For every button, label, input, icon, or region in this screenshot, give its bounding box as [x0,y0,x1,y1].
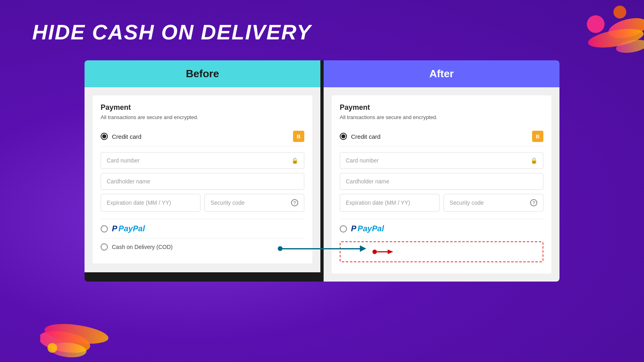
comparison-wrapper: Before Payment All transactions are secu… [32,60,612,282]
after-paypal-p2: PayPal [357,224,384,233]
after-brand-badge: B [532,131,543,142]
after-card-fields: Card number 🔒 Cardholder name Expiration… [340,146,543,219]
svg-point-8 [47,343,57,353]
before-payment-title: Payment [101,103,304,112]
before-brand-badge: B [293,131,304,142]
before-security-help-icon[interactable]: ? [291,199,298,206]
before-security-placeholder: Security code [211,200,245,206]
hidden-cod-arrow-svg [341,242,543,261]
main-content: HIDE CASH ON DELIVERY Before Payment All… [0,0,644,282]
svg-point-9 [372,249,377,254]
before-lock-icon: 🔒 [291,157,298,164]
hidden-cod-indicator [340,241,543,262]
before-cardholder-field[interactable]: Cardholder name [101,173,304,190]
before-expiry-placeholder: Expiration date (MM / YY) [107,200,171,206]
after-expiry-security-row: Expiration date (MM / YY) Security code … [340,194,543,212]
after-paypal-option[interactable]: PPayPal [340,219,543,238]
before-cod-radio[interactable] [101,243,108,251]
before-label: Before [186,68,219,80]
after-paypal-p1: P [351,224,356,233]
before-body: Payment All transactions are secure and … [85,87,320,272]
after-body: Payment All transactions are secure and … [324,87,559,282]
after-card-number-placeholder: Card number [346,157,379,164]
after-expiry-field[interactable]: Expiration date (MM / YY) [340,194,440,212]
arrow-tail [278,246,283,251]
before-header: Before [85,60,320,87]
after-header: After [324,60,559,87]
before-paypal-logo: PPayPal [112,224,145,233]
after-card-number-field[interactable]: Card number 🔒 [340,152,543,169]
before-card-fields: Card number 🔒 Cardholder name Expiration… [101,146,304,219]
before-cod-option[interactable]: Cash on Delivery (COD) [101,238,304,255]
after-paypal-radio[interactable] [340,225,347,232]
after-security-field[interactable]: Security code ? [444,194,543,212]
after-credit-card-option[interactable]: Credit card B [340,127,543,146]
transition-arrow [278,245,366,252]
page-title: HIDE CASH ON DELIVERY [32,20,612,44]
after-security-placeholder: Security code [450,200,484,206]
before-security-field[interactable]: Security code ? [204,194,304,212]
after-security-help-icon[interactable]: ? [530,199,537,206]
after-expiry-placeholder: Expiration date (MM / YY) [346,200,410,206]
after-paypal-logo: PPayPal [351,224,384,233]
after-credit-radio[interactable] [340,133,347,140]
decorative-blob-bottom-left [40,290,153,362]
after-label: After [429,68,454,80]
before-cardholder-placeholder: Cardholder name [107,178,150,185]
before-payment-section: Payment All transactions are secure and … [93,95,312,263]
before-expiry-field[interactable]: Expiration date (MM / YY) [101,194,200,212]
before-paypal-p2: PayPal [118,224,145,233]
after-lock-icon: 🔒 [530,157,537,164]
svg-marker-11 [388,249,393,254]
before-credit-label: Credit card [112,133,289,140]
before-credit-card-option[interactable]: Credit card B [101,127,304,146]
after-credit-label: Credit card [351,133,528,140]
before-paypal-radio[interactable] [101,225,108,232]
before-payment-subtitle: All transactions are secure and encrypte… [101,114,304,120]
before-credit-radio[interactable] [101,133,108,140]
before-paypal-option[interactable]: PPayPal [101,219,304,238]
after-cardholder-placeholder: Cardholder name [346,178,389,185]
after-payment-subtitle: All transactions are secure and encrypte… [340,114,543,120]
before-card-number-placeholder: Card number [107,157,140,164]
before-expiry-security-row: Expiration date (MM / YY) Security code … [101,194,304,212]
after-cardholder-field[interactable]: Cardholder name [340,173,543,190]
arrow-line [283,248,360,249]
before-paypal-p1: P [112,224,117,233]
before-cod-label: Cash on Delivery (COD) [112,244,173,250]
after-payment-title: Payment [340,103,543,112]
before-card-number-field[interactable]: Card number 🔒 [101,152,304,169]
arrow-head [360,245,366,252]
